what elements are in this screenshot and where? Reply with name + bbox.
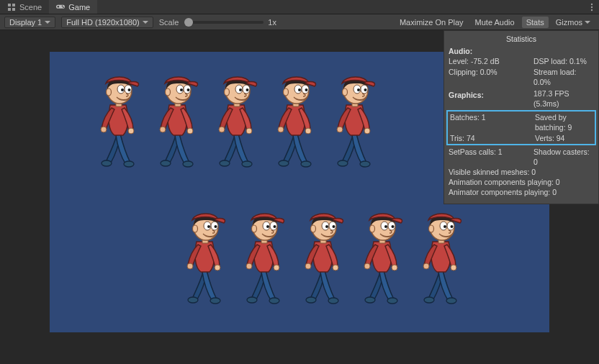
stats-verts: Verts: 94 bbox=[535, 133, 593, 143]
stats-toggle[interactable]: Stats bbox=[522, 17, 549, 28]
stats-title: Statistics bbox=[449, 34, 594, 44]
display-dropdown[interactable]: Display 1 bbox=[4, 17, 55, 28]
character-sprite bbox=[238, 201, 289, 309]
sprite-row bbox=[179, 201, 466, 309]
svg-rect-11 bbox=[8, 4, 11, 6]
stats-saved-batching: Saved by batching: 9 bbox=[535, 112, 593, 132]
slider-knob[interactable] bbox=[184, 18, 193, 27]
stats-level: Level: -75.2 dB bbox=[449, 56, 533, 66]
character-sprite bbox=[356, 201, 407, 309]
display-value: Display 1 bbox=[9, 18, 42, 27]
game-toolbar: Display 1 Full HD (1920x1080) Scale 1x M… bbox=[0, 14, 599, 30]
stats-animation-components: Animation components playing: 0 bbox=[449, 177, 594, 187]
character-sprite bbox=[179, 201, 230, 309]
sprite-row bbox=[93, 65, 379, 173]
character-sprite bbox=[329, 65, 379, 173]
character-sprite bbox=[415, 201, 466, 309]
tab-label: Scene bbox=[19, 3, 42, 12]
resolution-dropdown[interactable]: Full HD (1920x1080) bbox=[61, 17, 153, 28]
stats-batches: Batches: 1 bbox=[450, 112, 535, 132]
svg-rect-14 bbox=[12, 8, 15, 11]
stats-audio-header: Audio: bbox=[449, 46, 594, 56]
stats-dsp-load: DSP load: 0.1% bbox=[533, 56, 594, 66]
character-sprite bbox=[270, 65, 320, 173]
scene-icon bbox=[7, 3, 16, 12]
svg-point-22 bbox=[591, 9, 593, 10]
scale-slider[interactable]: 1x bbox=[184, 18, 276, 27]
chevron-down-icon bbox=[585, 21, 590, 24]
stats-visible-skinned: Visible skinned meshes: 0 bbox=[449, 167, 594, 177]
stats-shadow-casters: Shadow casters: 0 bbox=[533, 147, 594, 167]
gizmos-toggle[interactable]: Gizmos bbox=[551, 17, 595, 28]
gizmos-label: Gizmos bbox=[556, 18, 582, 27]
svg-point-21 bbox=[591, 6, 593, 7]
tab-scene[interactable]: Scene bbox=[0, 0, 49, 14]
svg-point-19 bbox=[63, 7, 64, 9]
stats-animator-components: Animator components playing: 0 bbox=[449, 187, 594, 197]
statistics-overlay: Statistics Audio: Level: -75.2 dB Clippi… bbox=[443, 30, 599, 204]
scale-value: 1x bbox=[268, 18, 276, 27]
tab-game[interactable]: Game bbox=[49, 0, 97, 14]
stats-fps: 187.3 FPS (5.3ms) bbox=[533, 88, 594, 109]
character-sprite bbox=[93, 65, 143, 173]
game-viewport: Statistics Audio: Level: -75.2 dB Clippi… bbox=[0, 30, 599, 364]
tab-options-menu[interactable] bbox=[585, 0, 599, 14]
tab-label: Game bbox=[68, 3, 90, 12]
stats-graphics-header: Graphics: bbox=[449, 90, 533, 109]
stats-tris: Tris: 74 bbox=[450, 133, 535, 143]
svg-rect-12 bbox=[12, 4, 15, 6]
svg-rect-17 bbox=[58, 6, 60, 7]
stats-stream-load: Stream load: 0.0% bbox=[533, 67, 594, 87]
view-tabstrip: Scene Game bbox=[0, 0, 599, 14]
chevron-down-icon bbox=[45, 21, 50, 24]
resolution-value: Full HD (1920x1080) bbox=[66, 18, 140, 27]
svg-point-18 bbox=[62, 6, 63, 7]
character-sprite bbox=[152, 65, 202, 173]
maximize-on-play-toggle[interactable]: Maximize On Play bbox=[395, 17, 468, 28]
svg-point-20 bbox=[591, 3, 593, 4]
gamepad-icon bbox=[56, 3, 65, 12]
character-sprite bbox=[211, 65, 261, 173]
character-sprite bbox=[297, 201, 348, 309]
chevron-down-icon bbox=[143, 21, 148, 24]
stats-highlight-box: Batches: 1 Saved by batching: 9 Tris: 74… bbox=[446, 110, 596, 145]
mute-audio-toggle[interactable]: Mute Audio bbox=[471, 17, 519, 28]
stats-clipping: Clipping: 0.0% bbox=[449, 67, 533, 77]
scale-label: Scale bbox=[159, 18, 179, 27]
stats-setpass: SetPass calls: 1 bbox=[449, 147, 533, 167]
svg-rect-13 bbox=[8, 8, 11, 11]
